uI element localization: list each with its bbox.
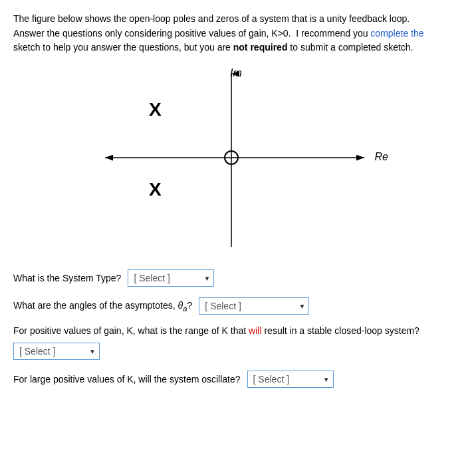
label-re: Re bbox=[375, 151, 388, 163]
question-3-text: For positive values of gain, K, what is … bbox=[13, 325, 419, 336]
question-1-text: What is the System Type? bbox=[13, 273, 121, 283]
question-4-text: For large positive values of K, will the… bbox=[13, 374, 241, 385]
pole-lower: X bbox=[149, 179, 162, 200]
system-type-select[interactable]: [ Select ] 0 1 2 3 bbox=[128, 269, 214, 287]
pole-zero-plot: Im Re X X bbox=[85, 67, 391, 253]
intro-paragraph: The figure below shows the open-loop pol… bbox=[13, 12, 463, 55]
pole-upper: X bbox=[149, 99, 162, 120]
question-2-row: What are the angles of the asymptotes, θ… bbox=[13, 297, 463, 315]
oscillate-select-wrapper[interactable]: [ Select ] Yes No bbox=[247, 371, 334, 388]
question-4-row: For large positive values of K, will the… bbox=[13, 371, 463, 388]
asymptote-angles-select[interactable]: [ Select ] 60°, 180°, 300° 90°, 270° 45°… bbox=[199, 297, 309, 315]
question-3-row: For positive values of gain, K, what is … bbox=[13, 325, 463, 360]
question-2-text: What are the angles of the asymptotes, θ… bbox=[13, 300, 192, 313]
k-range-select[interactable]: [ Select ] 0 < K < ∞ 0 < K < 1 K > 2 Nev… bbox=[13, 343, 100, 360]
asymptote-angles-select-wrapper[interactable]: [ Select ] 60°, 180°, 300° 90°, 270° 45°… bbox=[199, 297, 309, 315]
plot-svg bbox=[85, 67, 391, 253]
label-im: Im bbox=[230, 67, 242, 79]
oscillate-select[interactable]: [ Select ] Yes No bbox=[247, 371, 334, 388]
question-1-row: What is the System Type? [ Select ] 0 1 … bbox=[13, 269, 463, 287]
k-range-select-wrapper[interactable]: [ Select ] 0 < K < ∞ 0 < K < 1 K > 2 Nev… bbox=[13, 343, 100, 360]
system-type-select-wrapper[interactable]: [ Select ] 0 1 2 3 bbox=[128, 269, 214, 287]
